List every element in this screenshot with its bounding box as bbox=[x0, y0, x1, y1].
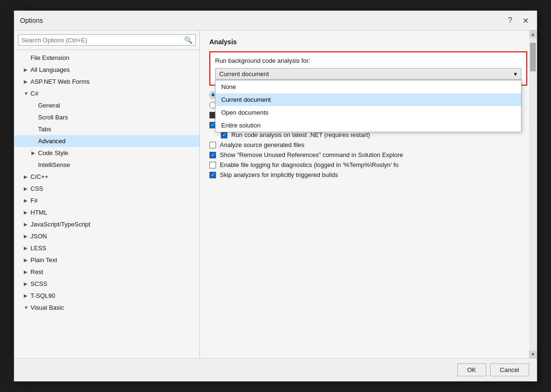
sidebar-item-csharp-codestyle[interactable]: ▶ Code Style bbox=[14, 147, 199, 159]
sidebar-item-label: Advanced bbox=[38, 137, 66, 145]
sidebar-item-plain-text[interactable]: ▶ Plain Text bbox=[14, 254, 199, 266]
sidebar-item-csharp-general[interactable]: General bbox=[14, 99, 199, 111]
sidebar-item-csharp-intellisense[interactable]: IntelliSense bbox=[14, 159, 199, 171]
dialog-body: 🔍 File Extension▶ All Languages▶ ASP.NET… bbox=[14, 30, 537, 358]
sidebar-item-label: T-SQL90 bbox=[30, 292, 55, 299]
option-label-run-latest-net: Run code analysis on latest .NET (requir… bbox=[231, 131, 370, 138]
titlebar-buttons: ? ✕ bbox=[504, 15, 531, 26]
sidebar-item-label: Visual Basic bbox=[30, 304, 64, 311]
sidebar-item-csharp[interactable]: ▼ C# bbox=[14, 88, 199, 99]
sidebar-item-label: Tabs bbox=[38, 126, 51, 133]
sidebar-item-scss[interactable]: ▶ SCSS bbox=[14, 278, 199, 290]
collapsed-arrow-icon: ▶ bbox=[24, 79, 30, 84]
option-row-analyze-generated: Analyze source generated files bbox=[209, 141, 527, 148]
collapsed-arrow-icon: ▶ bbox=[24, 222, 30, 227]
sidebar-item-csharp-advanced[interactable]: Advanced bbox=[14, 135, 199, 147]
dropdown-wrapper: Current document ▾ NoneCurrent documentO… bbox=[215, 68, 521, 80]
collapsed-arrow-icon: ▶ bbox=[24, 257, 30, 263]
sidebar-item-label: Code Style bbox=[38, 149, 69, 157]
sidebar-item-visual-basic[interactable]: ▼ Visual Basic bbox=[14, 302, 199, 314]
sidebar-item-label: JavaScript/TypeScript bbox=[30, 221, 90, 228]
option-row-show-remove-unused: Show "Remove Unused References" command … bbox=[209, 151, 527, 158]
checkbox-show-remove-unused[interactable] bbox=[209, 152, 216, 158]
sidebar-item-aspnet-web-forms[interactable]: ▶ ASP.NET Web Forms bbox=[14, 76, 199, 88]
sidebar-item-html[interactable]: ▶ HTML bbox=[14, 206, 199, 218]
section-title: Analysis bbox=[209, 38, 527, 46]
checkbox-skip-analyzers[interactable] bbox=[209, 172, 216, 178]
sidebar-item-label: CSS bbox=[30, 185, 43, 192]
sidebar-item-cpp[interactable]: ▶ C/C++ bbox=[14, 171, 199, 183]
option-row-enable-file-logging: Enable file logging for diagnostics (log… bbox=[209, 161, 527, 168]
checkbox-enable-file-logging[interactable] bbox=[209, 162, 216, 168]
sidebar-item-label: Plain Text bbox=[30, 256, 57, 264]
collapsed-arrow-icon: ▶ bbox=[31, 150, 38, 156]
sidebar-item-css[interactable]: ▶ CSS bbox=[14, 183, 199, 195]
search-icon[interactable]: 🔍 bbox=[184, 36, 192, 44]
scroll-up-arrow[interactable]: ▲ bbox=[529, 30, 537, 38]
ok-button[interactable]: OK bbox=[457, 363, 486, 376]
sidebar-item-csharp-tabs[interactable]: Tabs bbox=[14, 123, 199, 135]
sidebar-item-javascript-typescript[interactable]: ▶ JavaScript/TypeScript bbox=[14, 218, 199, 230]
dropdown-selected: Current document bbox=[219, 70, 269, 78]
sidebar-item-label: Rest bbox=[30, 268, 43, 275]
checkbox-run-latest-net[interactable] bbox=[221, 132, 227, 138]
sidebar-item-label: LESS bbox=[30, 245, 46, 252]
scroll-track bbox=[529, 38, 537, 351]
sidebar-item-less[interactable]: ▶ LESS bbox=[14, 242, 199, 254]
collapsed-arrow-icon: ▶ bbox=[24, 269, 30, 274]
dropdown-option[interactable]: Entire solution bbox=[216, 119, 521, 132]
sidebar-item-csharp-scrollbars[interactable]: Scroll Bars bbox=[14, 111, 199, 123]
dropdown-open: NoneCurrent documentOpen documentsEntire… bbox=[215, 80, 521, 132]
sidebar: 🔍 File Extension▶ All Languages▶ ASP.NET… bbox=[14, 30, 200, 358]
dialog-title: Options bbox=[20, 17, 43, 24]
sidebar-item-tsql90[interactable]: ▶ T-SQL90 bbox=[14, 290, 199, 302]
dropdown-trigger[interactable]: Current document ▾ bbox=[215, 68, 521, 80]
scrollbar: ▲ ▼ bbox=[529, 30, 537, 358]
close-button[interactable]: ✕ bbox=[520, 15, 531, 26]
collapsed-arrow-icon: ▶ bbox=[24, 234, 30, 239]
dropdown-section: Run background code analysis for: Curren… bbox=[209, 51, 527, 86]
checkbox-analyze-generated[interactable] bbox=[209, 142, 216, 148]
scroll-thumb[interactable] bbox=[530, 43, 536, 71]
sidebar-item-label: SCSS bbox=[30, 280, 47, 287]
sidebar-item-label: JSON bbox=[30, 233, 47, 240]
sidebar-item-all-languages[interactable]: ▶ All Languages bbox=[14, 64, 199, 76]
option-row-skip-analyzers: Skip analyzers for implicitly triggered … bbox=[209, 171, 527, 178]
sidebar-item-file-extension[interactable]: File Extension bbox=[14, 52, 199, 64]
option-label-analyze-generated: Analyze source generated files bbox=[220, 141, 305, 148]
scroll-down-arrow[interactable]: ▼ bbox=[529, 351, 537, 358]
tree: File Extension▶ All Languages▶ ASP.NET W… bbox=[14, 50, 199, 358]
dropdown-option[interactable]: None bbox=[216, 80, 521, 93]
sidebar-item-label: C/C++ bbox=[30, 173, 49, 180]
expanded-arrow-icon: ▼ bbox=[24, 91, 30, 96]
collapsed-arrow-icon: ▶ bbox=[24, 67, 30, 72]
dropdown-option[interactable]: Current document bbox=[216, 93, 521, 106]
sidebar-item-label: General bbox=[38, 102, 60, 109]
sidebar-item-label: ASP.NET Web Forms bbox=[30, 78, 89, 85]
sidebar-item-label: C# bbox=[30, 90, 39, 97]
help-button[interactable]: ? bbox=[504, 15, 516, 26]
collapsed-arrow-icon: ▶ bbox=[24, 293, 30, 298]
sidebar-item-label: All Languages bbox=[30, 66, 69, 73]
collapsed-arrow-icon: ▶ bbox=[24, 198, 30, 203]
search-input[interactable] bbox=[21, 37, 184, 44]
content-area: Analysis Run background code analysis fo… bbox=[200, 30, 537, 358]
search-wrapper[interactable]: 🔍 bbox=[18, 34, 196, 46]
collapsed-arrow-icon: ▶ bbox=[24, 245, 30, 251]
collapsed-arrow-icon: ▶ bbox=[24, 186, 30, 191]
sidebar-item-fsharp[interactable]: ▶ F# bbox=[14, 195, 199, 206]
dropdown-arrow-icon: ▾ bbox=[514, 70, 517, 78]
sidebar-item-label: F# bbox=[30, 197, 38, 204]
search-box: 🔍 bbox=[14, 30, 199, 50]
dropdown-option[interactable]: Open documents bbox=[216, 106, 521, 119]
sidebar-item-rest[interactable]: ▶ Rest bbox=[14, 266, 199, 278]
sidebar-item-label: File Extension bbox=[30, 54, 69, 61]
sidebar-item-label: IntelliSense bbox=[38, 161, 70, 168]
sidebar-item-label: Scroll Bars bbox=[38, 114, 68, 121]
expanded-arrow-icon: ▼ bbox=[24, 305, 30, 310]
sidebar-item-label: HTML bbox=[30, 209, 47, 216]
cancel-button[interactable]: Cancel bbox=[490, 363, 529, 376]
collapsed-arrow-icon: ▶ bbox=[24, 281, 30, 286]
sidebar-item-json[interactable]: ▶ JSON bbox=[14, 230, 199, 242]
option-label-skip-analyzers: Skip analyzers for implicitly triggered … bbox=[220, 171, 338, 178]
